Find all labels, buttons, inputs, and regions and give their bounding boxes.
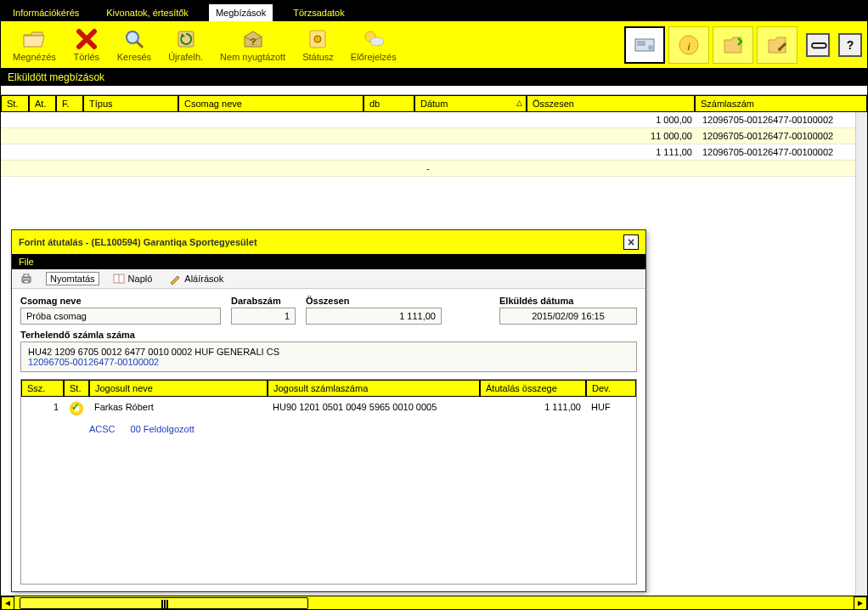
- view-label: Megnézés: [13, 52, 56, 62]
- unack-label: Nem nyugtázott: [220, 52, 285, 62]
- forecast-label: Előrejelzés: [351, 52, 397, 62]
- col-f[interactable]: F.: [56, 95, 83, 112]
- page-subtitle: Elküldött megbízások: [1, 69, 867, 86]
- inner-table: Ssz. St. Jogosult neve Jogosult számlasz…: [20, 379, 637, 585]
- table-row[interactable]: 11 000,00 12096705-00126477-00100002: [1, 128, 855, 144]
- log-label: Napló: [128, 274, 153, 284]
- status-code: ACSC: [89, 424, 116, 434]
- csomag-group: Csomag neve Próba csomag: [20, 296, 221, 325]
- view-button[interactable]: Megnézés: [6, 25, 63, 64]
- account-short[interactable]: 12096705-00126477-00100002: [28, 357, 629, 367]
- ih-szam[interactable]: Jogosult számlaszáma: [268, 380, 480, 397]
- col-tipus[interactable]: Típus: [83, 95, 178, 112]
- elkuld-group: Elküldés dátuma 2015/02/09 16:15: [499, 296, 637, 325]
- tab-informaciokeres[interactable]: Információkérés: [6, 4, 86, 21]
- dash-cell: -: [1, 161, 855, 176]
- delete-button[interactable]: Törlés: [66, 25, 107, 64]
- status-label: Státusz: [302, 52, 334, 62]
- rt-button-1[interactable]: [624, 26, 665, 64]
- sort-indicator-icon: △: [516, 99, 522, 107]
- col-st[interactable]: St.: [1, 95, 29, 112]
- detail-dialog: Forint átutalás - (EL100594) Garantiqa S…: [11, 229, 646, 592]
- ih-amt[interactable]: Átutalás összege: [480, 380, 586, 397]
- signatures-label: Aláírások: [184, 274, 223, 284]
- print-text-button[interactable]: Nyomtatás: [46, 272, 99, 285]
- status-button[interactable]: Státusz: [296, 25, 341, 64]
- toolbar-right: i ⊂⊃ ?: [624, 26, 862, 64]
- col-at[interactable]: At.: [29, 95, 56, 112]
- print-label: Nyomtatás: [50, 274, 95, 284]
- scroll-thumb[interactable]: [20, 597, 308, 609]
- dialog-toolbar: Nyomtatás Napló Aláírások: [12, 269, 645, 289]
- inner-table-row[interactable]: 1 Farkas Róbert HU90 1201 0501 0049 5965…: [21, 397, 636, 422]
- reload-label: Újrafelh.: [168, 52, 203, 62]
- delete-x-icon: [75, 27, 99, 51]
- search-button[interactable]: Keresés: [110, 25, 158, 64]
- cell-nev: Farkas Róbert: [89, 400, 268, 419]
- scroll-track[interactable]: [14, 596, 854, 610]
- signatures-button[interactable]: Aláírások: [166, 272, 227, 285]
- horizontal-scrollbar[interactable]: ◄ ►: [1, 596, 867, 609]
- col-szamlaszam[interactable]: Számlaszám: [695, 95, 867, 112]
- rt-button-folder-in[interactable]: [713, 26, 753, 64]
- csomag-field[interactable]: Próba csomag: [20, 308, 221, 325]
- help-button[interactable]: ?: [838, 33, 862, 57]
- csomag-label: Csomag neve: [20, 296, 221, 306]
- ossz-label: Összesen: [306, 296, 442, 306]
- account-line: HU42 1209 6705 0012 6477 0010 0002 HUF G…: [28, 347, 629, 357]
- link-button[interactable]: ⊂⊃: [806, 33, 830, 57]
- vertical-scrollbar[interactable]: [855, 112, 867, 596]
- search-label: Keresés: [117, 52, 151, 62]
- table-row[interactable]: -: [1, 161, 855, 177]
- account-cell: 12096705-00126477-00100002: [697, 128, 855, 144]
- svg-rect-16: [24, 280, 29, 283]
- rt-button-info[interactable]: i: [668, 26, 709, 64]
- svg-point-10: [648, 45, 653, 50]
- forecast-button[interactable]: Előrejelzés: [344, 25, 403, 64]
- inner-table-status-row: ACSC 00 Feldolgozott: [21, 422, 636, 439]
- tab-megbizasok[interactable]: Megbízások: [209, 4, 273, 21]
- table-row[interactable]: 1 111,00 12096705-00126477-00100002: [1, 144, 855, 161]
- ih-nev[interactable]: Jogosult neve: [89, 380, 268, 397]
- log-button[interactable]: Napló: [110, 272, 156, 285]
- dialog-title-bar[interactable]: Forint átutalás - (EL100594) Garantiqa S…: [12, 230, 645, 254]
- col-osszesen[interactable]: Összesen: [527, 95, 695, 112]
- darab-field[interactable]: 1: [231, 308, 296, 325]
- unack-button[interactable]: ? Nem nyugtázott: [213, 25, 292, 64]
- ossz-group: Összesen 1 111,00: [306, 296, 442, 325]
- tab-torzsadatok[interactable]: Törzsadatok: [286, 4, 352, 21]
- menu-file[interactable]: File: [19, 257, 34, 267]
- ih-dev[interactable]: Dev.: [586, 380, 636, 397]
- printer-icon: [20, 273, 32, 285]
- cell-st: [64, 400, 89, 419]
- main-toolbar: Megnézés Törlés Keresés Újrafelh. ? Nem …: [1, 21, 867, 69]
- col-datum[interactable]: Dátum△: [414, 95, 527, 112]
- notebook-icon: [113, 273, 125, 285]
- inner-table-body: 1 Farkas Róbert HU90 1201 0501 0049 5965…: [21, 397, 636, 584]
- terh-label: Terhelendő számla száma: [20, 330, 637, 340]
- close-button[interactable]: ×: [623, 234, 639, 250]
- svg-point-5: [314, 36, 321, 42]
- table-row[interactable]: 1 000,00 12096705-00126477-00100002: [1, 112, 855, 128]
- print-button[interactable]: [17, 272, 36, 285]
- elkuld-field[interactable]: 2015/02/09 16:15: [499, 308, 637, 325]
- elkuld-label: Elküldés dátuma: [499, 296, 637, 306]
- column-headers: St. At. F. Típus Csomag neve db Dátum△ Ö…: [1, 94, 867, 112]
- scroll-left-button[interactable]: ◄: [1, 596, 14, 610]
- ossz-field[interactable]: 1 111,00: [306, 308, 442, 325]
- cell-amt: 1 111,00: [480, 400, 586, 419]
- box-question-icon: ?: [241, 27, 265, 51]
- main-area: 1 000,00 12096705-00126477-00100002 11 0…: [1, 112, 867, 596]
- col-db[interactable]: db: [364, 95, 414, 112]
- ih-st[interactable]: St.: [64, 380, 89, 397]
- svg-point-0: [127, 31, 138, 43]
- ih-ssz[interactable]: Ssz.: [21, 380, 64, 397]
- status-sheet-icon: [306, 27, 330, 51]
- delete-label: Törlés: [73, 52, 99, 62]
- top-tabs: Információkérés Kivonatok, értesítők Meg…: [1, 1, 867, 21]
- scroll-right-button[interactable]: ►: [854, 596, 867, 610]
- col-csomag[interactable]: Csomag neve: [178, 95, 364, 112]
- rt-button-folder-tool[interactable]: [757, 26, 798, 64]
- reload-button[interactable]: Újrafelh.: [161, 25, 210, 64]
- tab-kivonatok[interactable]: Kivonatok, értesítők: [99, 4, 195, 21]
